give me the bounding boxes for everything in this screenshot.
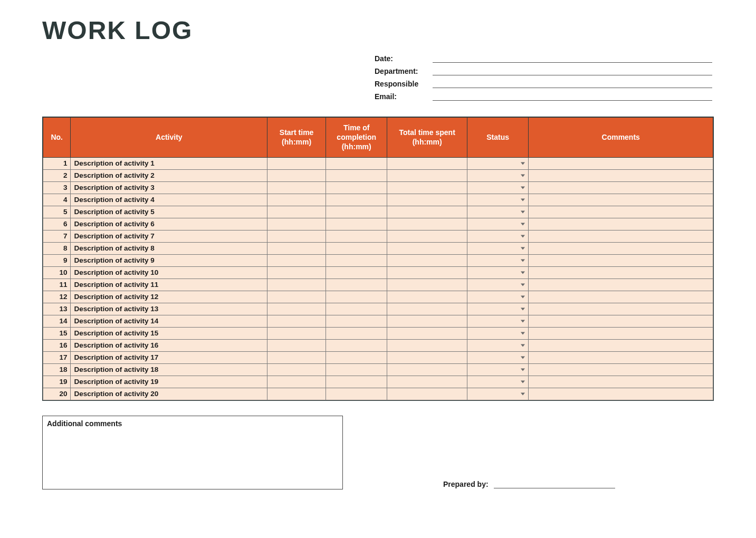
cell-status-dropdown[interactable] xyxy=(467,242,529,254)
cell-comments[interactable] xyxy=(529,254,713,266)
cell-comments[interactable] xyxy=(529,291,713,303)
cell-end-time[interactable] xyxy=(326,181,387,194)
cell-end-time[interactable] xyxy=(326,254,387,266)
cell-total-time[interactable] xyxy=(387,291,467,303)
cell-activity[interactable]: Description of activity 20 xyxy=(71,388,267,400)
cell-total-time[interactable] xyxy=(387,254,467,266)
cell-end-time[interactable] xyxy=(326,278,387,291)
cell-activity[interactable]: Description of activity 6 xyxy=(71,218,267,230)
cell-activity[interactable]: Description of activity 12 xyxy=(71,291,267,303)
cell-comments[interactable] xyxy=(529,351,713,363)
cell-start-time[interactable] xyxy=(267,254,326,266)
cell-end-time[interactable] xyxy=(326,327,387,339)
cell-comments[interactable] xyxy=(529,315,713,327)
cell-end-time[interactable] xyxy=(326,169,387,181)
cell-start-time[interactable] xyxy=(267,169,326,181)
cell-total-time[interactable] xyxy=(387,315,467,327)
cell-status-dropdown[interactable] xyxy=(467,388,529,400)
cell-start-time[interactable] xyxy=(267,339,326,351)
cell-total-time[interactable] xyxy=(387,230,467,242)
cell-comments[interactable] xyxy=(529,218,713,230)
cell-total-time[interactable] xyxy=(387,327,467,339)
cell-comments[interactable] xyxy=(529,303,713,315)
department-input[interactable] xyxy=(433,66,712,75)
cell-activity[interactable]: Description of activity 19 xyxy=(71,376,267,388)
cell-start-time[interactable] xyxy=(267,242,326,254)
cell-total-time[interactable] xyxy=(387,266,467,278)
cell-status-dropdown[interactable] xyxy=(467,169,529,181)
cell-total-time[interactable] xyxy=(387,157,467,169)
cell-end-time[interactable] xyxy=(326,206,387,218)
cell-status-dropdown[interactable] xyxy=(467,351,529,363)
cell-total-time[interactable] xyxy=(387,388,467,400)
cell-comments[interactable] xyxy=(529,327,713,339)
cell-comments[interactable] xyxy=(529,157,713,169)
cell-status-dropdown[interactable] xyxy=(467,291,529,303)
date-input[interactable] xyxy=(433,53,712,63)
cell-total-time[interactable] xyxy=(387,351,467,363)
cell-comments[interactable] xyxy=(529,194,713,206)
cell-end-time[interactable] xyxy=(326,194,387,206)
cell-comments[interactable] xyxy=(529,339,713,351)
cell-end-time[interactable] xyxy=(326,157,387,169)
cell-status-dropdown[interactable] xyxy=(467,327,529,339)
cell-comments[interactable] xyxy=(529,388,713,400)
cell-status-dropdown[interactable] xyxy=(467,254,529,266)
cell-status-dropdown[interactable] xyxy=(467,278,529,291)
cell-activity[interactable]: Description of activity 11 xyxy=(71,278,267,291)
cell-start-time[interactable] xyxy=(267,230,326,242)
cell-comments[interactable] xyxy=(529,181,713,194)
cell-start-time[interactable] xyxy=(267,181,326,194)
cell-activity[interactable]: Description of activity 1 xyxy=(71,157,267,169)
cell-activity[interactable]: Description of activity 7 xyxy=(71,230,267,242)
cell-end-time[interactable] xyxy=(326,242,387,254)
cell-status-dropdown[interactable] xyxy=(467,363,529,376)
cell-total-time[interactable] xyxy=(387,242,467,254)
cell-end-time[interactable] xyxy=(326,291,387,303)
cell-comments[interactable] xyxy=(529,230,713,242)
cell-total-time[interactable] xyxy=(387,376,467,388)
cell-total-time[interactable] xyxy=(387,181,467,194)
cell-comments[interactable] xyxy=(529,266,713,278)
cell-activity[interactable]: Description of activity 4 xyxy=(71,194,267,206)
cell-comments[interactable] xyxy=(529,169,713,181)
cell-status-dropdown[interactable] xyxy=(467,194,529,206)
cell-status-dropdown[interactable] xyxy=(467,181,529,194)
cell-start-time[interactable] xyxy=(267,303,326,315)
cell-start-time[interactable] xyxy=(267,218,326,230)
email-input[interactable] xyxy=(433,91,712,101)
cell-total-time[interactable] xyxy=(387,303,467,315)
cell-status-dropdown[interactable] xyxy=(467,230,529,242)
cell-end-time[interactable] xyxy=(326,363,387,376)
cell-end-time[interactable] xyxy=(326,303,387,315)
cell-start-time[interactable] xyxy=(267,157,326,169)
cell-total-time[interactable] xyxy=(387,206,467,218)
cell-total-time[interactable] xyxy=(387,363,467,376)
cell-status-dropdown[interactable] xyxy=(467,315,529,327)
cell-start-time[interactable] xyxy=(267,351,326,363)
cell-status-dropdown[interactable] xyxy=(467,266,529,278)
cell-comments[interactable] xyxy=(529,278,713,291)
cell-end-time[interactable] xyxy=(326,351,387,363)
cell-total-time[interactable] xyxy=(387,169,467,181)
cell-total-time[interactable] xyxy=(387,278,467,291)
cell-activity[interactable]: Description of activity 15 xyxy=(71,327,267,339)
cell-activity[interactable]: Description of activity 2 xyxy=(71,169,267,181)
cell-start-time[interactable] xyxy=(267,206,326,218)
cell-start-time[interactable] xyxy=(267,315,326,327)
cell-activity[interactable]: Description of activity 14 xyxy=(71,315,267,327)
cell-status-dropdown[interactable] xyxy=(467,157,529,169)
cell-activity[interactable]: Description of activity 17 xyxy=(71,351,267,363)
cell-status-dropdown[interactable] xyxy=(467,206,529,218)
cell-total-time[interactable] xyxy=(387,218,467,230)
cell-end-time[interactable] xyxy=(326,388,387,400)
cell-activity[interactable]: Description of activity 9 xyxy=(71,254,267,266)
prepared-by-input[interactable] xyxy=(494,479,615,488)
cell-end-time[interactable] xyxy=(326,315,387,327)
cell-end-time[interactable] xyxy=(326,339,387,351)
cell-start-time[interactable] xyxy=(267,363,326,376)
cell-total-time[interactable] xyxy=(387,339,467,351)
cell-end-time[interactable] xyxy=(326,266,387,278)
cell-activity[interactable]: Description of activity 16 xyxy=(71,339,267,351)
cell-end-time[interactable] xyxy=(326,376,387,388)
